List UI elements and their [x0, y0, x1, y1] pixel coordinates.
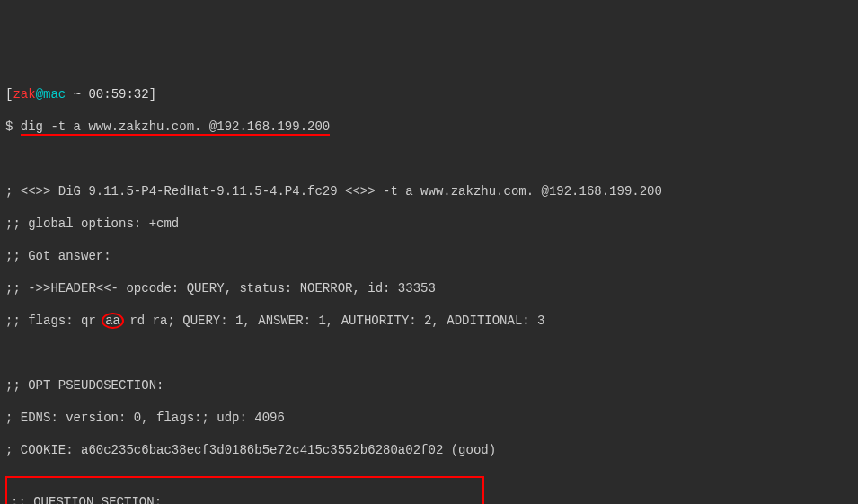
flags-aa-circled: aa [102, 313, 124, 329]
terminal-output: [zak@mac ~ 00:59:32] $ dig -t a www.zakz… [5, 70, 853, 504]
dig-header-4: ;; ->>HEADER<<- opcode: QUERY, status: N… [5, 280, 853, 296]
flags-pre: ;; flags: qr [5, 314, 103, 328]
command-text: dig -t a www.zakzhu.com. @192.168.199.20… [21, 119, 330, 136]
opt-3: ; COOKIE: a60c235c6bac38ecf3d0186b5e72c4… [5, 442, 853, 458]
opt-1: ;; OPT PSEUDOSECTION: [5, 377, 853, 393]
question-section-box: ;; QUESTION SECTION: ;www.zakzhu.com. IN… [5, 476, 484, 504]
user: zak [13, 87, 35, 102]
bracket: ] [149, 87, 156, 102]
opt-2: ; EDNS: version: 0, flags:; udp: 4096 [5, 410, 853, 426]
at: @ [36, 87, 43, 102]
dig-header-1: ; <<>> DiG 9.11.5-P4-RedHat-9.11.5-4.P4.… [5, 183, 853, 199]
dig-flags-line: ;; flags: qr aa rd ra; QUERY: 1, ANSWER:… [5, 313, 853, 329]
question-title: ;; QUESTION SECTION: [11, 494, 479, 504]
prompt-line: [zak@mac ~ 00:59:32] [5, 86, 853, 102]
command-line[interactable]: $ dig -t a www.zakzhu.com. @192.168.199.… [5, 119, 853, 135]
dig-header-2: ;; global options: +cmd [5, 216, 853, 232]
dollar: $ [5, 119, 21, 134]
time: 00:59:32 [81, 87, 149, 102]
dig-header-3: ;; Got answer: [5, 248, 853, 264]
host: mac [43, 87, 66, 102]
tilde: ~ [66, 87, 81, 102]
flags-post: rd ra; QUERY: 1, ANSWER: 1, AUTHORITY: 2… [122, 314, 544, 328]
